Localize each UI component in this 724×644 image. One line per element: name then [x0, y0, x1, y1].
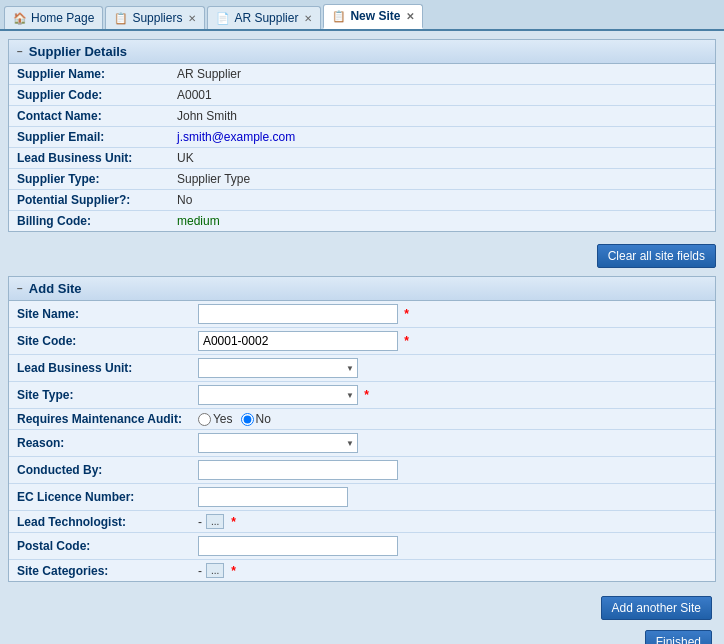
table-row: Reason:	[9, 430, 715, 457]
table-row: Supplier Code: A0001	[9, 85, 715, 106]
label-conducted-by: Conducted By:	[9, 457, 190, 484]
table-row: Contact Name: John Smith	[9, 106, 715, 127]
table-row: Site Name: *	[9, 301, 715, 328]
label-billing-code: Billing Code:	[9, 211, 169, 232]
label-site-categories: Site Categories:	[9, 560, 190, 582]
table-row: Requires Maintenance Audit: Yes No	[9, 409, 715, 430]
supplier-details-header: − Supplier Details	[9, 40, 715, 64]
label-potential-supplier: Potential Supplier?:	[9, 190, 169, 211]
value-reason	[190, 430, 715, 457]
add-site-panel: − Add Site Site Name: * Site Code: *	[8, 276, 716, 582]
finished-button[interactable]: Finished	[645, 630, 712, 644]
site-categories-picker-button[interactable]: ...	[206, 563, 224, 578]
ar-supplier-icon: 📄	[216, 12, 230, 25]
site-name-input[interactable]	[198, 304, 398, 324]
site-code-input[interactable]	[198, 331, 398, 351]
table-row: Lead Technologist: - ... *	[9, 511, 715, 533]
site-categories-picker-row: - ... *	[198, 563, 707, 578]
lead-bu-select-wrapper	[198, 358, 358, 378]
label-site-name: Site Name:	[9, 301, 190, 328]
value-supplier-email: j.smith@example.com	[169, 127, 715, 148]
new-site-icon: 📋	[332, 10, 346, 23]
site-type-select[interactable]	[198, 385, 358, 405]
postal-code-input[interactable]	[198, 536, 398, 556]
table-row: EC Licence Number:	[9, 484, 715, 511]
value-conducted-by	[190, 457, 715, 484]
maint-audit-no-label[interactable]: No	[241, 412, 271, 426]
value-lead-bu: UK	[169, 148, 715, 169]
label-maint-audit: Requires Maintenance Audit:	[9, 409, 190, 430]
lead-tech-required: *	[231, 515, 236, 529]
label-lead-bu: Lead Business Unit:	[9, 148, 169, 169]
tab-new-site[interactable]: 📋 New Site ✕	[323, 4, 423, 29]
supplier-details-table: Supplier Name: AR Supplier Supplier Code…	[9, 64, 715, 231]
supplier-email-link[interactable]: j.smith@example.com	[177, 130, 295, 144]
suppliers-icon: 📋	[114, 12, 128, 25]
site-type-select-wrapper	[198, 385, 358, 405]
reason-select[interactable]	[198, 433, 358, 453]
value-potential-supplier: No	[169, 190, 715, 211]
add-site-table: Site Name: * Site Code: * Lead Business …	[9, 301, 715, 581]
lead-tech-picker-row: - ... *	[198, 514, 707, 529]
label-site-code: Site Code:	[9, 328, 190, 355]
maint-audit-yes-label[interactable]: Yes	[198, 412, 233, 426]
maint-audit-yes-radio[interactable]	[198, 413, 211, 426]
label-ec-licence: EC Licence Number:	[9, 484, 190, 511]
tab-home[interactable]: 🏠 Home Page	[4, 6, 103, 29]
value-site-categories: - ... *	[190, 560, 715, 582]
add-site-collapse-icon[interactable]: −	[17, 283, 23, 294]
lead-tech-value: -	[198, 515, 202, 529]
close-ar-supplier-tab[interactable]: ✕	[304, 13, 312, 24]
collapse-icon[interactable]: −	[17, 46, 23, 57]
label-contact-name: Contact Name:	[9, 106, 169, 127]
label-supplier-type: Supplier Type:	[9, 169, 169, 190]
value-supplier-type: Supplier Type	[169, 169, 715, 190]
value-site-code: *	[190, 328, 715, 355]
table-row: Supplier Name: AR Supplier	[9, 64, 715, 85]
bottom-actions: Add another Site	[8, 590, 716, 626]
tab-ar-supplier[interactable]: 📄 AR Supplier ✕	[207, 6, 321, 29]
site-code-required: *	[404, 334, 409, 348]
maint-audit-radio-group: Yes No	[198, 412, 707, 426]
add-another-site-button[interactable]: Add another Site	[601, 596, 712, 620]
table-row: Site Categories: - ... *	[9, 560, 715, 582]
tab-bar: 🏠 Home Page 📋 Suppliers ✕ 📄 AR Supplier …	[0, 0, 724, 31]
close-suppliers-tab[interactable]: ✕	[188, 13, 196, 24]
value-billing-code: medium	[169, 211, 715, 232]
finished-area: Finished	[8, 626, 716, 644]
label-lead-tech: Lead Technologist:	[9, 511, 190, 533]
lead-bu-select[interactable]	[198, 358, 358, 378]
label-supplier-name: Supplier Name:	[9, 64, 169, 85]
label-supplier-code: Supplier Code:	[9, 85, 169, 106]
label-reason: Reason:	[9, 430, 190, 457]
clear-all-site-fields-button[interactable]: Clear all site fields	[597, 244, 716, 268]
table-row: Potential Supplier?: No	[9, 190, 715, 211]
maint-audit-no-radio[interactable]	[241, 413, 254, 426]
close-new-site-tab[interactable]: ✕	[406, 11, 414, 22]
ec-licence-input[interactable]	[198, 487, 348, 507]
supplier-details-panel: − Supplier Details Supplier Name: AR Sup…	[8, 39, 716, 232]
table-row: Conducted By:	[9, 457, 715, 484]
value-maint-audit: Yes No	[190, 409, 715, 430]
value-postal-code	[190, 533, 715, 560]
site-name-required: *	[404, 307, 409, 321]
value-lead-tech: - ... *	[190, 511, 715, 533]
table-row: Billing Code: medium	[9, 211, 715, 232]
main-content: − Supplier Details Supplier Name: AR Sup…	[0, 31, 724, 644]
value-supplier-name: AR Supplier	[169, 64, 715, 85]
table-row: Supplier Type: Supplier Type	[9, 169, 715, 190]
value-site-type: *	[190, 382, 715, 409]
table-row: Site Code: *	[9, 328, 715, 355]
value-lead-bu-site	[190, 355, 715, 382]
lead-tech-picker-button[interactable]: ...	[206, 514, 224, 529]
value-supplier-code: A0001	[169, 85, 715, 106]
tab-suppliers[interactable]: 📋 Suppliers ✕	[105, 6, 205, 29]
add-site-header: − Add Site	[9, 277, 715, 301]
label-supplier-email: Supplier Email:	[9, 127, 169, 148]
site-categories-value: -	[198, 564, 202, 578]
label-postal-code: Postal Code:	[9, 533, 190, 560]
table-row: Supplier Email: j.smith@example.com	[9, 127, 715, 148]
conducted-by-input[interactable]	[198, 460, 398, 480]
label-site-type: Site Type:	[9, 382, 190, 409]
site-categories-required: *	[231, 564, 236, 578]
